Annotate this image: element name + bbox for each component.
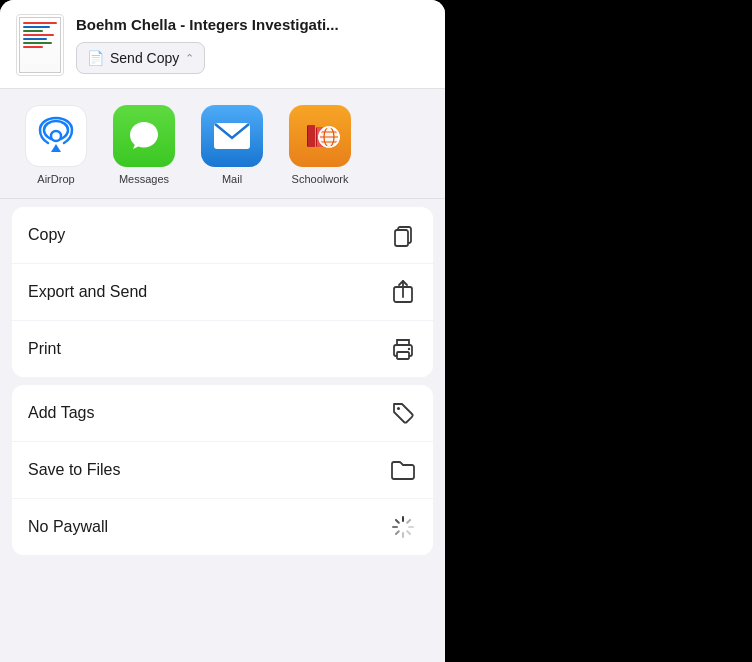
svg-point-18 [408,348,410,350]
svg-rect-17 [397,352,409,359]
apps-row: AirDrop Messages Mail [16,105,429,186]
add-tags-label: Add Tags [28,404,94,422]
svg-rect-14 [395,230,408,246]
share-header: Boehm Chella - Integers Investigati... 📄… [0,0,445,89]
svg-line-23 [407,531,410,534]
mail-label: Mail [222,173,242,186]
no-paywall-label: No Paywall [28,518,108,536]
no-paywall-action[interactable]: No Paywall [12,499,433,555]
app-airdrop[interactable]: AirDrop [16,105,96,186]
share-panel: Boehm Chella - Integers Investigati... 📄… [0,0,445,662]
svg-line-27 [407,520,410,523]
export-icon [389,278,417,306]
send-copy-button[interactable]: 📄 Send Copy ⌃ [76,42,205,74]
copy-action[interactable]: Copy [12,207,433,264]
export-send-action[interactable]: Export and Send [12,264,433,321]
add-tags-action[interactable]: Add Tags [12,385,433,442]
airdrop-label: AirDrop [37,173,74,186]
action-group-2: Add Tags Save to Files No Paywall [12,385,433,555]
schoolwork-label: Schoolwork [292,173,349,186]
messages-label: Messages [119,173,169,186]
export-send-label: Export and Send [28,283,147,301]
svg-line-26 [396,531,399,534]
svg-point-19 [397,407,400,410]
loader-icon [389,513,417,541]
svg-rect-3 [308,125,315,147]
print-label: Print [28,340,61,358]
document-thumbnail [16,14,64,76]
save-files-action[interactable]: Save to Files [12,442,433,499]
airdrop-icon [25,105,87,167]
apps-section: AirDrop Messages Mail [0,89,445,199]
action-group-1: Copy Export and Send [12,207,433,377]
send-copy-label: Send Copy [110,50,179,66]
copy-label: Copy [28,226,65,244]
app-schoolwork[interactable]: Schoolwork [280,105,360,186]
svg-point-0 [51,131,61,141]
print-action[interactable]: Print [12,321,433,377]
header-info: Boehm Chella - Integers Investigati... 📄… [76,16,429,74]
messages-icon [113,105,175,167]
copy-icon [389,221,417,249]
schoolwork-icon [289,105,351,167]
folder-icon [389,456,417,484]
tag-icon [389,399,417,427]
right-panel [445,0,752,662]
print-icon [389,335,417,363]
actions-list: Copy Export and Send [0,199,445,662]
save-files-label: Save to Files [28,461,120,479]
app-messages[interactable]: Messages [104,105,184,186]
app-mail[interactable]: Mail [192,105,272,186]
mail-icon [201,105,263,167]
document-title: Boehm Chella - Integers Investigati... [76,16,429,34]
chevron-icon: ⌃ [185,52,194,65]
doc-icon: 📄 [87,50,104,66]
svg-line-22 [396,520,399,523]
